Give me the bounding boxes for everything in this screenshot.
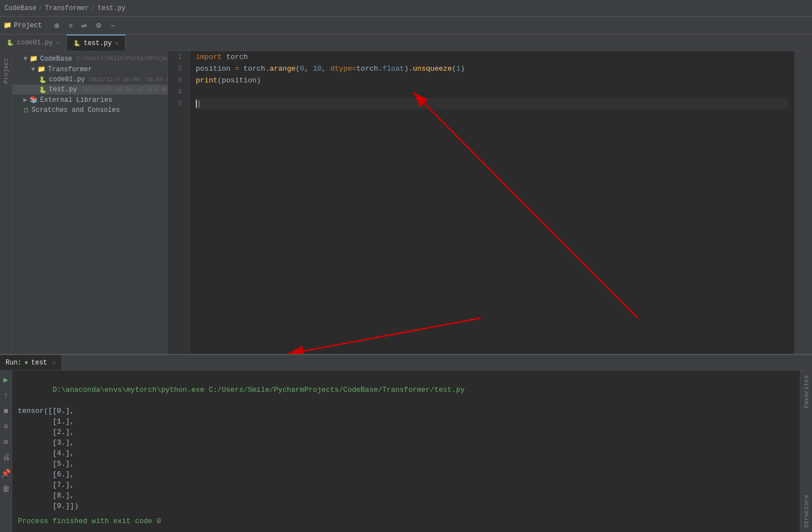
spacer [18, 511, 794, 516]
main-toolbar: 📁 Project ⊕ ≡ ⇌ ⚙ – [0, 17, 812, 35]
breadcrumb-item-3[interactable]: test.py [97, 4, 125, 12]
py-icon-code01: 🐍 [39, 76, 47, 83]
tree-item-scratches[interactable]: 🗒 Scratches and Consoles [12, 105, 167, 115]
console-output: D:\anaconda\envs\mytorch\python.exe C:/U… [12, 371, 800, 532]
console-tensor-8: [8.], [18, 490, 794, 501]
close-tab-testpy[interactable]: ✕ [115, 40, 119, 47]
editor-area[interactable]: 1 2 3 4 5 import torch position = torch.… [168, 51, 794, 354]
line-num-4: 4 [168, 86, 185, 98]
console-tensor-9: [9.]]) [18, 501, 794, 511]
chevron-right-icon: ▶ [23, 96, 27, 104]
console-tensor-1: [1.], [18, 416, 794, 427]
tree-label-external-libs: External Libraries [40, 96, 112, 104]
console-tensor-3: [3.], [18, 437, 794, 448]
console-tensor-start: tensor([[0.], [18, 406, 794, 416]
file-tabs: 🐍 code01.py ✕ 🐍 test.py ✕ [0, 35, 812, 51]
toolbar-btn-swap[interactable]: ⇌ [78, 21, 90, 31]
tree-label-codebase: CodeBase [40, 55, 72, 63]
bottom-content: ▶ ↑ ■ ≡ ⊞ 🖨 📌 🗑 D:\anaconda\envs\mytorch… [0, 371, 812, 532]
breadcrumb-bar: CodeBase / Transformer / test.py [0, 0, 812, 17]
tab-code01py[interactable]: 🐍 code01.py ✕ [0, 35, 67, 51]
toolbar-btn-minimize[interactable]: – [107, 21, 118, 31]
tree-meta-codebase: C:\Users\Smile\PycharmProje... [77, 56, 167, 62]
console-tensor-2: [2.], [18, 427, 794, 437]
tab-label-code01py: code01.py [17, 39, 53, 47]
run-toolbar: ▶ ↑ ■ ≡ ⊞ 🖨 📌 🗑 [0, 371, 12, 532]
toolbar-btn-settings[interactable]: ⚙ [92, 21, 105, 31]
tree-label-code01py: code01.py [49, 76, 85, 83]
code-line-5: | [196, 98, 789, 110]
tree-item-external-libs[interactable]: ▶ 📚 External Libraries [12, 95, 167, 105]
tree-label-scratches: Scratches and Consoles [32, 106, 120, 114]
scratch-icon: 🗒 [23, 107, 29, 114]
console-command: D:\anaconda\envs\mytorch\python.exe C:/U… [18, 374, 794, 406]
project-sidebar: ▼ 📁 CodeBase C:\Users\Smile\PycharmProje… [12, 51, 168, 354]
soft-wrap-button[interactable]: ≡ [2, 421, 9, 432]
tab-label-testpy: test.py [83, 40, 111, 47]
scroll-up-button[interactable]: ↑ [2, 390, 9, 401]
breadcrumb-item-2[interactable]: Transformer [45, 4, 89, 12]
folder-icon-3: 📚 [29, 96, 38, 104]
tree-label-testpy: test.py [49, 86, 77, 93]
tree-meta-testpy: 2021/12/9 20:34, 97 B A min [81, 87, 167, 93]
console-finished: Process finished with exit code 0 [18, 516, 794, 526]
python-icon-2: 🐍 [73, 40, 80, 47]
tree-label-transformer: Transformer [48, 66, 92, 73]
tree-item-code01py[interactable]: 🐍 code01.py 2021/12/9 20:09, 16.89 kl [12, 75, 167, 85]
run-dot: ● [24, 359, 28, 367]
line-num-3: 3 [168, 75, 185, 86]
line-num-5: 5 [168, 98, 185, 110]
breadcrumb: CodeBase / Transformer / test.py [4, 4, 126, 12]
console-tensor-6: [6.], [18, 469, 794, 480]
chevron-down-icon-2: ▼ [31, 66, 35, 73]
py-icon-test: 🐍 [39, 86, 47, 93]
chevron-down-icon: ▼ [23, 55, 27, 63]
right-vtabs [800, 51, 812, 354]
close-run-tab[interactable]: ✕ [52, 359, 56, 366]
toolbar-btn-add[interactable]: ⊕ [51, 21, 63, 31]
tab-testpy[interactable]: 🐍 test.py ✕ [67, 35, 126, 51]
code-line-3: print(position) [196, 75, 789, 86]
run-button[interactable]: ▶ [2, 374, 9, 386]
code-line-4 [196, 86, 789, 98]
editor-scrollbar[interactable] [794, 51, 800, 354]
close-tab-code01py[interactable]: ✕ [56, 39, 60, 46]
line-numbers: 1 2 3 4 5 [168, 51, 190, 354]
bottom-tabs: Run: ● test ✕ [0, 355, 812, 371]
tree-meta-code01py: 2021/12/9 20:09, 16.89 kl [90, 77, 167, 83]
stop-button[interactable]: ■ [2, 406, 9, 417]
code-line-2: position = torch.arange(0, 10, dtype=tor… [196, 63, 789, 75]
tree-item-transformer[interactable]: ▼ 📁 Transformer [12, 64, 167, 75]
console-tensor-7: [7.], [18, 480, 794, 490]
vtab-project[interactable]: Project [2, 53, 11, 88]
run-name: test [31, 359, 47, 367]
project-tree: ▼ 📁 CodeBase C:\Users\Smile\PycharmProje… [12, 51, 167, 354]
code-editor[interactable]: import torch position = torch.arange(0, … [190, 51, 794, 354]
folder-icon: 📁 [29, 55, 38, 63]
print-button[interactable]: 🖨 [1, 452, 11, 463]
structure-label[interactable]: Structure [802, 490, 811, 532]
python-icon-1: 🐍 [7, 40, 13, 46]
breadcrumb-item-1[interactable]: CodeBase [4, 4, 37, 12]
pin-button[interactable]: 📌 [0, 467, 12, 479]
tree-item-testpy[interactable]: 🐍 test.py 2021/12/9 20:34, 97 B A min [12, 85, 167, 95]
line-num-1: 1 [168, 51, 185, 63]
toolbar-btn-list[interactable]: ≡ [65, 21, 76, 31]
folder-icon-2: 📁 [37, 65, 46, 73]
project-label[interactable]: Project [14, 22, 42, 29]
console-path: D:\anaconda\envs\mytorch\python.exe C:/U… [52, 386, 464, 394]
structure-sidebar: Favorites Structure [800, 371, 812, 532]
rerun-button[interactable]: ⊞ [3, 437, 9, 447]
line-num-2: 2 [168, 63, 185, 75]
run-tab[interactable]: Run: ● test ✕ [0, 355, 61, 370]
console-tensor-5: [5.], [18, 459, 794, 469]
tree-item-codebase[interactable]: ▼ 📁 CodeBase C:\Users\Smile\PycharmProje… [12, 53, 167, 64]
run-label: Run: [6, 359, 22, 367]
project-icon: 📁 [3, 21, 12, 29]
left-vtabs: Project [0, 51, 12, 354]
bottom-panel: Run: ● test ✕ ▶ ↑ ■ ≡ ⊞ 🖨 📌 🗑 D:\anacond… [0, 354, 812, 532]
main-area: Project ▼ 📁 CodeBase C:\Users\Smile\Pych… [0, 51, 812, 354]
console-tensor-4: [4.], [18, 448, 794, 459]
favorites-label[interactable]: Favorites [802, 371, 811, 412]
trash-button[interactable]: 🗑 [1, 484, 11, 495]
